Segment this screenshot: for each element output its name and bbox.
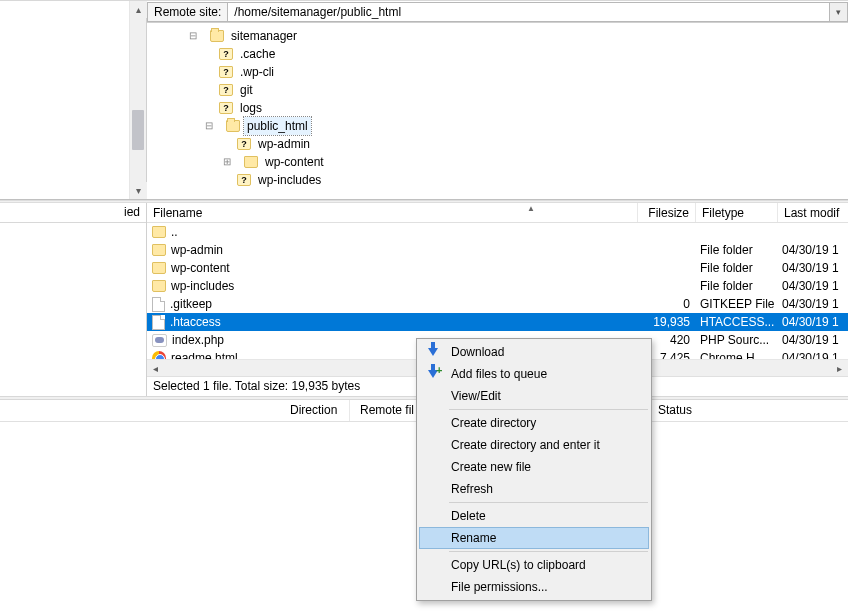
file-date: 04/30/19 1 [778, 261, 848, 275]
unknown-folder-icon: ? [237, 138, 251, 150]
tree-item[interactable]: ? wp-includes [155, 171, 848, 189]
file-date: 04/30/19 1 [778, 351, 848, 359]
menu-label: Delete [451, 509, 486, 523]
menu-download[interactable]: Download [419, 341, 649, 363]
menu-refresh[interactable]: Refresh [419, 478, 649, 500]
collapse-icon[interactable]: ⊟ [187, 31, 198, 42]
col-lastmod[interactable]: Last modif [778, 203, 848, 222]
file-type: HTACCESS... [696, 315, 778, 329]
col-filetype[interactable]: Filetype [696, 203, 778, 222]
file-type: File folder [696, 243, 778, 257]
file-name: .. [171, 225, 178, 239]
expand-icon[interactable]: ⊞ [221, 157, 232, 168]
file-name: wp-includes [171, 279, 234, 293]
menu-view-edit[interactable]: View/Edit [419, 385, 649, 407]
file-date: 04/30/19 1 [778, 333, 848, 347]
file-date: 04/30/19 1 [778, 297, 848, 311]
menu-copy-url[interactable]: Copy URL(s) to clipboard [419, 554, 649, 576]
download-icon [425, 344, 441, 360]
file-icon [152, 315, 165, 330]
remote-tree[interactable]: ⊟ sitemanager ? .cache ? .wp-cli [147, 23, 848, 199]
collapse-icon[interactable]: ⊟ [203, 121, 214, 132]
file-name: wp-content [171, 261, 230, 275]
folder-icon [152, 280, 166, 292]
menu-separator [449, 502, 648, 503]
file-row[interactable]: wp-adminFile folder04/30/19 1 [147, 241, 848, 259]
scroll-down-icon[interactable]: ▾ [130, 182, 147, 199]
menu-label: Rename [451, 531, 496, 545]
menu-label: Copy URL(s) to clipboard [451, 558, 586, 572]
tree-label-selected[interactable]: public_html [244, 117, 311, 135]
scroll-thumb[interactable] [132, 110, 144, 150]
col-status[interactable]: Status [648, 400, 768, 421]
local-column-header[interactable]: ied [0, 203, 146, 223]
menu-add-to-queue[interactable]: Add files to queue [419, 363, 649, 385]
menu-label: Refresh [451, 482, 493, 496]
menu-label: Create new file [451, 460, 531, 474]
scroll-up-icon[interactable]: ▴ [130, 1, 147, 18]
folder-icon [152, 244, 166, 256]
file-type: GITKEEP File [696, 297, 778, 311]
unknown-folder-icon: ? [219, 66, 233, 78]
local-scrollbar[interactable]: ▴ ▾ [129, 1, 146, 199]
sort-asc-icon: ▲ [527, 204, 535, 213]
col-direction[interactable]: Direction [280, 400, 350, 421]
tree-label[interactable]: sitemanager [228, 27, 300, 45]
menu-label: View/Edit [451, 389, 501, 403]
scroll-left-icon[interactable]: ◂ [147, 360, 164, 377]
folder-icon [152, 262, 166, 274]
tree-item[interactable]: ⊞ wp-content [155, 153, 848, 171]
tree-label[interactable]: .wp-cli [237, 63, 277, 81]
file-size: 0 [638, 297, 696, 311]
tree-item[interactable]: ⊟ public_html [155, 117, 848, 135]
folder-icon [244, 156, 258, 168]
menu-rename[interactable]: Rename [419, 527, 649, 549]
unknown-folder-icon: ? [219, 48, 233, 60]
file-date: 04/30/19 1 [778, 243, 848, 257]
tree-item[interactable]: ? .cache [155, 45, 848, 63]
chrome-html-icon [152, 351, 166, 359]
col-filesize[interactable]: Filesize [638, 203, 696, 222]
menu-permissions[interactable]: File permissions... [419, 576, 649, 598]
file-name: .htaccess [170, 315, 221, 329]
menu-create-dir[interactable]: Create directory [419, 412, 649, 434]
folder-icon [152, 226, 166, 238]
file-type: File folder [696, 261, 778, 275]
tree-item[interactable]: ? logs [155, 99, 848, 117]
tree-label[interactable]: logs [237, 99, 265, 117]
tree-item[interactable]: ? wp-admin [155, 135, 848, 153]
file-list-header[interactable]: Filename ▲ Filesize Filetype Last modif [147, 203, 848, 223]
unknown-folder-icon: ? [237, 174, 251, 186]
file-size: 19,935 [638, 315, 696, 329]
tree-label[interactable]: wp-content [262, 153, 327, 171]
file-row[interactable]: wp-includesFile folder04/30/19 1 [147, 277, 848, 295]
remote-path-dropdown[interactable]: ▾ [830, 2, 848, 22]
menu-delete[interactable]: Delete [419, 505, 649, 527]
menu-create-file[interactable]: Create new file [419, 456, 649, 478]
menu-label: File permissions... [451, 580, 548, 594]
file-row[interactable]: wp-contentFile folder04/30/19 1 [147, 259, 848, 277]
folder-icon [226, 120, 240, 132]
tree-label[interactable]: git [237, 81, 256, 99]
tree-label[interactable]: .cache [237, 45, 278, 63]
menu-separator [449, 551, 648, 552]
tree-label[interactable]: wp-admin [255, 135, 313, 153]
remote-path-input[interactable]: /home/sitemanager/public_html [228, 2, 830, 22]
file-date: 04/30/19 1 [778, 315, 848, 329]
php-file-icon [152, 334, 167, 347]
file-row[interactable]: .htaccess19,935HTACCESS...04/30/19 1 [147, 313, 848, 331]
menu-create-dir-enter[interactable]: Create directory and enter it [419, 434, 649, 456]
menu-label: Download [451, 345, 504, 359]
scroll-right-icon[interactable]: ▸ [831, 360, 848, 377]
context-menu: Download Add files to queue View/Edit Cr… [416, 338, 652, 601]
tree-item[interactable]: ? git [155, 81, 848, 99]
file-name: .gitkeep [170, 297, 212, 311]
menu-separator [449, 409, 648, 410]
tree-label[interactable]: wp-includes [255, 171, 324, 189]
col-filename[interactable]: Filename [147, 203, 638, 222]
tree-item[interactable]: ⊟ sitemanager [155, 27, 848, 45]
tree-item[interactable]: ? .wp-cli [155, 63, 848, 81]
file-row[interactable]: .. [147, 223, 848, 241]
folder-icon [210, 30, 224, 42]
file-row[interactable]: .gitkeep0GITKEEP File04/30/19 1 [147, 295, 848, 313]
